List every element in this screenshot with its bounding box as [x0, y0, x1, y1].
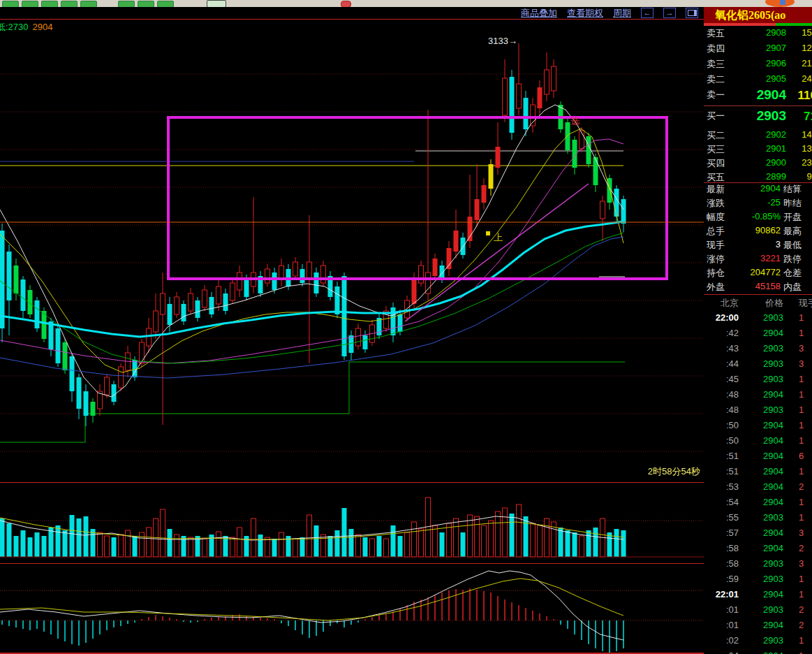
tick-row[interactable]: 22:0029031 [704, 310, 812, 326]
tick-qty: 1 [799, 389, 804, 400]
ladder-separator [704, 106, 812, 106]
tick-row[interactable]: :5729043 [704, 525, 812, 541]
tick-row[interactable]: :4829031 [704, 402, 812, 418]
main-candlestick-chart[interactable]: 3133→选上 [0, 19, 704, 482]
tick-row[interactable]: 22:0129041 [704, 587, 812, 602]
tick-qty: 1 [799, 466, 804, 477]
tick-time: 22:01 [705, 589, 739, 600]
stat-label: 涨停 [707, 253, 725, 266]
ladder-price: 2908 [729, 27, 786, 38]
tick-time: :43 [705, 343, 739, 354]
ladder-row[interactable]: 买四2900236 [704, 155, 812, 170]
ladder-row[interactable]: 卖二2905249 [704, 71, 812, 87]
ladder-price: 2900 [729, 157, 786, 168]
tick-qty: 1 [799, 651, 804, 654]
ladder-price: 2904 [729, 87, 786, 103]
tick-row[interactable]: :5829042 [704, 541, 812, 556]
bar-countdown: 2时58分54秒 [531, 465, 700, 478]
stat-label: 幅度 [707, 211, 725, 224]
tick-price: 2904 [746, 620, 783, 630]
tick-row[interactable]: :5929031 [704, 572, 812, 587]
tick-row[interactable]: :5129041 [704, 464, 812, 479]
ladder-price: 2901 [729, 143, 786, 154]
tick-row[interactable]: :0129042 [704, 618, 812, 633]
stats-separator [704, 182, 812, 183]
tick-time: :51 [705, 466, 739, 477]
tick-price: 2903 [746, 405, 783, 415]
ladder-row[interactable]: 买三2901139 [704, 141, 812, 157]
tick-price: 2904 [746, 451, 783, 461]
macd-pane[interactable] [0, 563, 704, 654]
tick-row[interactable]: :5429041 [704, 495, 812, 510]
ladder-label: 买一 [707, 110, 725, 122]
tick-time: :45 [705, 374, 739, 384]
tick-row[interactable]: :4429033 [704, 356, 812, 372]
ladder-row[interactable]: 卖三2906213 [704, 56, 812, 71]
tick-qty: 1 [799, 405, 804, 415]
tick-qty: 1 [799, 574, 804, 584]
ladder-label: 卖二 [707, 73, 725, 86]
system-toolbar [0, 0, 812, 7]
stat-value: 204772 [728, 267, 781, 277]
stat-label: 外盘 [707, 281, 725, 293]
tick-row[interactable]: :5029041 [704, 418, 812, 433]
ladder-row[interactable]: 卖四2907121 [704, 41, 812, 56]
prev-contract-icon[interactable]: ← [641, 8, 654, 18]
tick-row[interactable]: :4329033 [704, 341, 812, 356]
tick-row[interactable]: :5529031 [704, 510, 812, 525]
tick-row[interactable]: :4829041 [704, 387, 812, 402]
ladder-label: 卖三 [707, 58, 725, 71]
split-window-icon[interactable] [686, 8, 698, 18]
tick-price: 2903 [746, 635, 783, 646]
ladder-row[interactable]: 买一290371 [704, 108, 812, 126]
ladder-row[interactable]: 卖一2904116 [704, 87, 812, 105]
next-contract-icon[interactable]: → [663, 8, 676, 18]
tick-row[interactable]: :5329042 [704, 479, 812, 495]
tick-row[interactable]: :5029041 [704, 433, 812, 449]
app-window: { "top_strip": {"button_xs":[3,31,59,87,… [0, 0, 812, 654]
tick-row[interactable]: :0429041 [704, 648, 812, 654]
high-price-annotation: 3133→ [488, 36, 517, 46]
tick-time: :53 [705, 481, 739, 492]
tick-time: :58 [705, 543, 739, 553]
tick-row[interactable]: :0229031 [704, 633, 812, 648]
toolbar-link-overlay[interactable]: 商品叠加 [521, 7, 557, 20]
ladder-qty: 116 [786, 89, 812, 103]
tick-qty: 1 [799, 328, 804, 338]
ladder-qty: 99 [786, 171, 812, 182]
tick-qty: 1 [799, 589, 804, 600]
tick-qty: 3 [799, 528, 804, 538]
ladder-qty: 140 [786, 129, 812, 140]
tick-row[interactable]: :5129046 [704, 449, 812, 464]
tick-time: 22:00 [705, 312, 739, 323]
toolbar-link-options[interactable]: 查看期权 [567, 7, 603, 20]
ladder-row[interactable]: 卖五2908155 [704, 25, 812, 41]
stat-row: 幅度-0.85%开盘 [704, 210, 812, 224]
tick-qty: 1 [799, 312, 804, 323]
tick-price: 2903 [746, 512, 783, 523]
tick-col-qty: 现手 [799, 297, 812, 310]
stat-value: 3 [728, 239, 781, 249]
tick-row[interactable]: :4529031 [704, 372, 812, 387]
ladder-price: 2902 [729, 129, 786, 140]
tick-row[interactable]: :5829033 [704, 556, 812, 572]
ladder-label: 买四 [707, 157, 725, 170]
tick-qty: 1 [799, 435, 804, 446]
tick-price: 2904 [746, 389, 783, 400]
tick-price: 2904 [746, 481, 783, 492]
tick-price: 2904 [746, 543, 783, 553]
ladder-label: 卖五 [707, 27, 725, 40]
tick-price: 2903 [746, 604, 783, 615]
tick-row[interactable]: :0129032 [704, 602, 812, 618]
stat-value: 90862 [728, 225, 781, 235]
tick-row[interactable]: :4229041 [704, 326, 812, 341]
stat-row: 涨跌-25昨结 [704, 196, 812, 210]
chart-top-border [0, 19, 704, 20]
toolbar-link-period[interactable]: 周期 [613, 7, 631, 20]
volume-pane[interactable] [0, 482, 704, 563]
sell-signal-marker: 选 [570, 116, 580, 126]
tick-time: :48 [705, 405, 739, 415]
ticklist-separator [704, 294, 812, 295]
ladder-label: 买二 [707, 129, 725, 142]
ladder-row[interactable]: 买二2902140 [704, 127, 812, 143]
